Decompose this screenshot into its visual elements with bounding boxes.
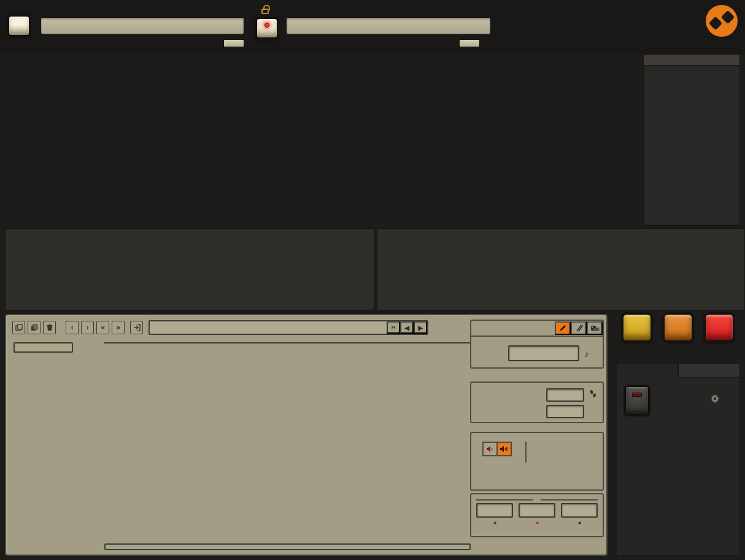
velocity-normal-display[interactable]: [476, 503, 513, 518]
clear-button[interactable]: [705, 314, 733, 341]
pattern-name-field-group: ◀ ▶: [149, 320, 428, 335]
step-type-normal-button[interactable]: [482, 442, 498, 456]
import-pattern-icon[interactable]: [130, 321, 143, 334]
length-display[interactable]: [546, 388, 584, 402]
last-pattern-button[interactable]: »: [112, 321, 125, 334]
pencil-tool-button[interactable]: [555, 321, 571, 335]
prev-pattern-button[interactable]: ‹: [66, 321, 79, 334]
randomize-tool-button[interactable]: [587, 321, 603, 335]
start-stop-button[interactable]: [625, 386, 649, 415]
articulation-mode-tabs: [470, 475, 604, 491]
first-pattern-button[interactable]: «: [96, 321, 109, 334]
playhead-strip: [104, 543, 471, 550]
step-type-box: [470, 432, 604, 491]
scale-display[interactable]: [508, 345, 579, 361]
velocity-box: ◂ ◂ ◂: [470, 493, 604, 537]
velocity-global-accent-label: ◂: [578, 520, 581, 526]
view-output-panel: [643, 54, 740, 226]
edit-stack: ♪: [470, 315, 605, 557]
bus1-panel: [5, 228, 374, 310]
sequencer-toolbar: ‹ › « »: [12, 320, 125, 335]
gear-icon[interactable]: [710, 394, 720, 406]
int-seq-button[interactable]: [257, 18, 277, 38]
scene-name-field[interactable]: [41, 17, 244, 34]
global-accent-button[interactable]: [14, 342, 73, 353]
nepheton2-logo: [697, 7, 698, 12]
velocity-accent-label: ◂: [536, 520, 539, 526]
paste-pattern-icon[interactable]: [28, 321, 41, 334]
nepheton2-plugin-window: ‹ › « » ◀ ▶: [0, 0, 745, 560]
velocity-normal-label: ◂: [493, 520, 496, 526]
options-button[interactable]: [9, 16, 29, 36]
int-seq-led: [264, 23, 269, 28]
copy-pattern-icon[interactable]: [12, 321, 25, 334]
step-type-accent-button[interactable]: [496, 442, 512, 456]
d16-logo-badge: [706, 5, 738, 37]
shuffle-display[interactable]: [546, 405, 584, 418]
view-output-titles: [644, 55, 739, 66]
length-shuffle-box: [470, 382, 604, 423]
header: [0, 0, 745, 54]
scene-save-button[interactable]: [223, 39, 244, 47]
edit-box: ♪: [470, 320, 604, 369]
live-panel: [616, 378, 740, 556]
save-pattern-icon[interactable]: [387, 321, 400, 334]
velocity-accent-display[interactable]: [519, 503, 555, 518]
paste-button[interactable]: [664, 314, 692, 341]
footsteps-icon: [588, 389, 598, 400]
next-pattern-button[interactable]: ›: [81, 321, 94, 334]
delete-pattern-icon[interactable]: [43, 321, 56, 334]
tab-live[interactable]: [616, 363, 678, 378]
global-accent-step-row: [104, 342, 471, 343]
start-stop-led: [632, 393, 642, 397]
bus2-panel: [377, 228, 745, 310]
unlock-icon[interactable]: [261, 9, 269, 14]
pattern-control-column: [616, 314, 740, 556]
pattern-next-arrow[interactable]: ▶: [414, 321, 427, 334]
velocity-global-accent-display[interactable]: [561, 503, 598, 518]
sequencer-panel: ‹ › « » ◀ ▶: [5, 314, 608, 556]
copy-button[interactable]: [623, 314, 651, 341]
note-icon: ♪: [584, 348, 589, 359]
drum-kit-save-button[interactable]: [459, 39, 480, 47]
tab-host-note[interactable]: [678, 363, 740, 378]
drum-kit-field[interactable]: [286, 17, 491, 34]
pattern-prev-arrow[interactable]: ◀: [400, 321, 414, 334]
eraser-tool-button[interactable]: [571, 321, 587, 335]
